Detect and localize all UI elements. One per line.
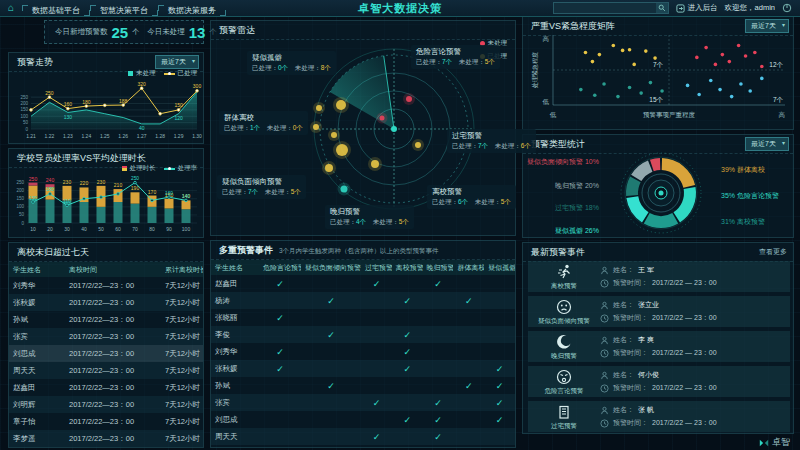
- table-row[interactable]: 张宾✓✓✓: [211, 394, 515, 411]
- check-icon: ✓: [361, 398, 392, 408]
- counselor-panel: 学校导员处理率VS平均处理时长 处理时长处理率 0501001502002501…: [8, 148, 204, 238]
- tab-2[interactable]: 数据决策服务: [158, 4, 226, 17]
- svg-text:140: 140: [182, 194, 190, 199]
- table-row[interactable]: 李梦遥2017/2/22—23：007天12小时: [9, 430, 203, 447]
- time-label: 预警时间：: [613, 278, 648, 288]
- warning-type-donut: [603, 149, 719, 237]
- radar-node-1[interactable]: 危险言论预警已处理：7个 未处理：5个: [411, 45, 500, 69]
- top-nav: ⌂ 数据基础平台智慧决策平台数据决策服务: [0, 0, 226, 17]
- new-warnings-label: 今日新增预警数: [55, 27, 108, 37]
- event-item[interactable]: 疑似负面倾向预警姓名：张立业预警时间：2017/2/22 — 23：00: [528, 296, 790, 327]
- table-row[interactable]: 孙斌✓✓✓: [211, 377, 515, 394]
- table-row[interactable]: 周天天✓✓: [211, 428, 515, 445]
- top-right: 进入后台 欢迎您，admin: [553, 2, 800, 14]
- brand-logo-icon: [759, 438, 769, 448]
- clock-icon: [600, 419, 609, 428]
- donut-label-过宅预警: 过宅预警 18%: [555, 203, 599, 213]
- donut-label-危险言论预警: 35% 危险言论预警: [721, 191, 779, 201]
- svg-text:1.28: 1.28: [155, 133, 165, 139]
- legend-item: 已处理: [164, 69, 198, 78]
- svg-text:1.24: 1.24: [81, 133, 91, 139]
- table-row[interactable]: 张宾2017/2/22—23：007天12小时: [9, 328, 203, 345]
- event-time: 2017/2/22 — 23：00: [652, 383, 717, 393]
- cell-duration: 7天12小时: [161, 281, 203, 291]
- cell-name: 赵鑫田: [9, 383, 65, 393]
- table-row[interactable]: 张晓丽✓: [211, 309, 515, 326]
- radar-node-6[interactable]: 离校预警已处理：6个 未处理：5个: [427, 185, 516, 209]
- table-row[interactable]: 张秋媛✓✓✓: [211, 360, 515, 377]
- table-row[interactable]: 赵鑫田2017/2/22—23：007天12小时: [9, 379, 203, 396]
- svg-text:1.27: 1.27: [137, 133, 147, 139]
- radar-node-2[interactable]: 群体离校已处理：1个 未处理：0个: [219, 111, 308, 135]
- name-label: 姓名：: [613, 405, 634, 415]
- trend-range-dropdown[interactable]: 最近7天: [155, 55, 199, 69]
- radar-node-5[interactable]: 晚归预警已处理：4个 未处理：5个: [325, 205, 414, 229]
- svg-text:1.29: 1.29: [174, 133, 184, 139]
- search-input[interactable]: [554, 4, 656, 12]
- multi-table-body: 赵鑫田✓✓✓杨涛✓✓✓张晓丽✓李俊✓✓刘秀华✓✓张秋媛✓✓✓孙斌✓✓✓张宾✓✓✓…: [211, 275, 515, 445]
- table-row[interactable]: 刘明辉2017/2/22—23：007天12小时: [9, 396, 203, 413]
- leave-table-body: 刘秀华2017/2/22—23：007天12小时张秋媛2017/2/22—23：…: [9, 277, 203, 447]
- tab-0[interactable]: 数据基础平台: [22, 4, 90, 17]
- time-label: 预警时间：: [613, 348, 648, 358]
- table-row[interactable]: 刘思成✓✓✓: [211, 411, 515, 428]
- svg-text:70: 70: [132, 226, 138, 232]
- event-item[interactable]: 危险言论预警姓名：何小俊预警时间：2017/2/22 — 23：00: [528, 366, 790, 397]
- svg-text:120: 120: [174, 115, 183, 121]
- legend-item: 未处理: [128, 69, 156, 78]
- table-row[interactable]: 李俊✓✓: [211, 326, 515, 343]
- svg-text:低: 低: [543, 98, 550, 105]
- event-time: 2017/2/22 — 23：00: [652, 313, 717, 323]
- search-icon[interactable]: [656, 3, 668, 13]
- table-row[interactable]: 孙斌2017/2/22—23：007天12小时: [9, 311, 203, 328]
- search-box: [553, 2, 669, 14]
- table-row[interactable]: 刘秀华2017/2/22—23：007天12小时: [9, 277, 203, 294]
- table-row[interactable]: 刘秀华✓✓: [211, 343, 515, 360]
- view-more-link[interactable]: 查看更多: [759, 247, 787, 257]
- page-title: 卓智大数据决策: [358, 1, 442, 16]
- svg-text:160: 160: [64, 101, 73, 107]
- nav-tabs: 数据基础平台智慧决策平台数据决策服务: [22, 0, 226, 17]
- radar-node-4[interactable]: 疑似负面倾向预警已处理：7个 未处理：5个: [217, 175, 306, 199]
- check-icon: ✓: [361, 432, 392, 442]
- power-icon[interactable]: [782, 3, 792, 13]
- radar-node-counts: 已处理：4个 未处理：5个: [330, 218, 409, 227]
- radar-node-0[interactable]: 疑似孤僻已处理：0个 未处理：8个: [247, 51, 336, 75]
- enter-backend-button[interactable]: 进入后台: [676, 3, 718, 13]
- svg-text:250: 250: [45, 90, 54, 96]
- event-item[interactable]: 离校预警姓名：王 军预警时间：2017/2/22 — 23：00: [528, 261, 790, 292]
- radar-node-3[interactable]: 过宅预警已处理：7个 未处理：6个: [447, 129, 536, 153]
- cell-name: 张秋媛: [211, 364, 259, 374]
- svg-text:预警事项严重程度: 预警事项严重程度: [643, 111, 696, 119]
- check-icon: ✓: [392, 415, 423, 425]
- table-row[interactable]: 张秋媛2017/2/22—23：007天12小时: [9, 294, 203, 311]
- warning-type-range-dropdown[interactable]: 最近7天: [745, 137, 789, 151]
- event-item[interactable]: 过宅预警姓名：张 帆预警时间：2017/2/22 — 23：00: [528, 401, 790, 432]
- leave-table-title: 离校未归超过七天: [9, 243, 203, 262]
- name-label: 姓名：: [613, 370, 634, 380]
- cell-name: 章子怡: [9, 417, 65, 427]
- tab-1[interactable]: 智慧决策平台: [90, 4, 158, 17]
- table-row[interactable]: 周天天2017/2/22—23：007天12小时: [9, 362, 203, 379]
- event-item[interactable]: 晚归预警姓名：李 爽预警时间：2017/2/22 — 23：00: [528, 331, 790, 362]
- svg-text:220: 220: [80, 180, 89, 186]
- angry-face-icon: [555, 368, 573, 386]
- home-icon[interactable]: ⌂: [8, 3, 14, 13]
- svg-text:7个: 7个: [653, 61, 664, 68]
- cell-time: 2017/2/22—23：00: [65, 383, 161, 393]
- check-icon: ✓: [259, 347, 301, 357]
- table-row[interactable]: 章子怡2017/2/22—23：007天12小时: [9, 413, 203, 430]
- radar-node-name: 疑似负面倾向预警: [222, 177, 301, 187]
- person-icon: [600, 301, 609, 310]
- table-row[interactable]: 杨涛✓✓✓: [211, 292, 515, 309]
- table-row[interactable]: 赵鑫田✓✓✓: [211, 275, 515, 292]
- legend-label: 已处理: [178, 69, 198, 78]
- event-time: 2017/2/22 — 23：00: [652, 278, 717, 288]
- table-row[interactable]: 刘思成2017/2/22—23：007天12小时: [9, 345, 203, 362]
- cell-duration: 7天12小时: [161, 417, 203, 427]
- event-time-row: 预警时间：2017/2/22 — 23：00: [600, 418, 790, 428]
- cell-time: 2017/2/22—23：00: [65, 417, 161, 427]
- check-icon: ✓: [484, 415, 515, 425]
- svg-text:230: 230: [97, 179, 106, 185]
- svg-text:1.26: 1.26: [118, 133, 128, 139]
